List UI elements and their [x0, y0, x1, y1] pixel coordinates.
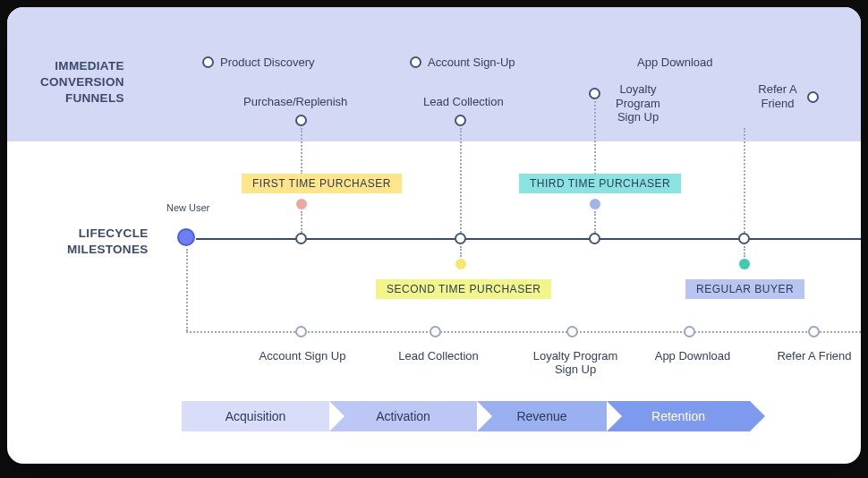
- lower-ring-2: [430, 326, 441, 337]
- ring-purchase-replenish: [295, 115, 307, 126]
- dot-regular: [739, 259, 750, 269]
- bracket-horizontal: [186, 331, 861, 333]
- badge-regular-buyer: REGULAR BUYER: [685, 279, 804, 299]
- lower-ring-5: [808, 326, 820, 337]
- conn-regular: [744, 128, 745, 233]
- action-app-download: App Download: [646, 349, 739, 363]
- axis-ring-3: [589, 233, 600, 244]
- label-account-signup: Account Sign-Up: [428, 55, 515, 69]
- ring-lead-collection-top: [455, 115, 466, 126]
- dot-new-user: [177, 228, 195, 246]
- label-purchase-replenish: Purchase/Replenish: [243, 95, 347, 108]
- label-lifecycle-milestones: LIFECYCLE MILESTONES: [67, 226, 149, 258]
- dot-second: [455, 259, 466, 269]
- action-account-signup: Account Sign Up: [256, 349, 349, 363]
- ring-account-signup: [410, 56, 421, 68]
- stem-second: [460, 246, 462, 257]
- ring-refer-friend-top: [807, 91, 819, 103]
- label-new-user: New User: [166, 202, 209, 213]
- action-refer-friend: Refer A Friend: [770, 349, 859, 363]
- badge-third-purchaser: THIRD TIME PURCHASER: [519, 174, 681, 193]
- ring-loyalty-top: [589, 88, 600, 99]
- phase-retention: Retention: [607, 401, 750, 431]
- conn-second: [460, 128, 462, 233]
- axis-ring-1: [295, 233, 307, 244]
- phase-revenue: Revenue: [477, 401, 607, 431]
- stem-regular: [744, 246, 745, 257]
- label-product-discovery: Product Discovery: [220, 55, 314, 69]
- lower-ring-3: [566, 326, 578, 337]
- conn-third: [594, 101, 596, 175]
- stem-third: [594, 211, 596, 233]
- ring-product-discovery: [202, 56, 214, 68]
- dot-third: [590, 199, 600, 209]
- lifecycle-diagram-card: IMMEDIATE CONVERSION FUNNELS LIFECYCLE M…: [7, 7, 861, 464]
- stem-first: [301, 211, 302, 233]
- axis-ring-4: [738, 233, 750, 244]
- lower-ring-4: [684, 326, 695, 337]
- phase-row: Acquisition Activation Revenue Retention: [182, 401, 750, 431]
- label-immediate-funnels: IMMEDIATE CONVERSION FUNNELS: [40, 58, 124, 107]
- label-loyalty-top: Loyalty Program Sign Up: [607, 82, 669, 124]
- axis-ring-2: [455, 233, 466, 244]
- bracket-vertical: [186, 249, 188, 331]
- action-loyalty: Loyalty Program Sign Up: [526, 349, 625, 376]
- dot-first: [296, 199, 307, 209]
- funnels-band: [7, 7, 861, 141]
- lower-ring-1: [295, 326, 307, 337]
- phase-acquisition: Acquisition: [182, 401, 329, 431]
- label-lead-collection-top: Lead Collection: [423, 95, 504, 108]
- badge-second-purchaser: SECOND TIME PURCHASER: [376, 279, 551, 299]
- label-app-download: App Download: [637, 55, 713, 69]
- badge-first-purchaser: FIRST TIME PURCHASER: [242, 174, 402, 193]
- phase-activation: Activation: [329, 401, 477, 431]
- label-refer-friend-top: Refer A Friend: [753, 82, 803, 110]
- conn-first: [301, 128, 302, 175]
- action-lead-collection: Lead Collection: [392, 349, 485, 363]
